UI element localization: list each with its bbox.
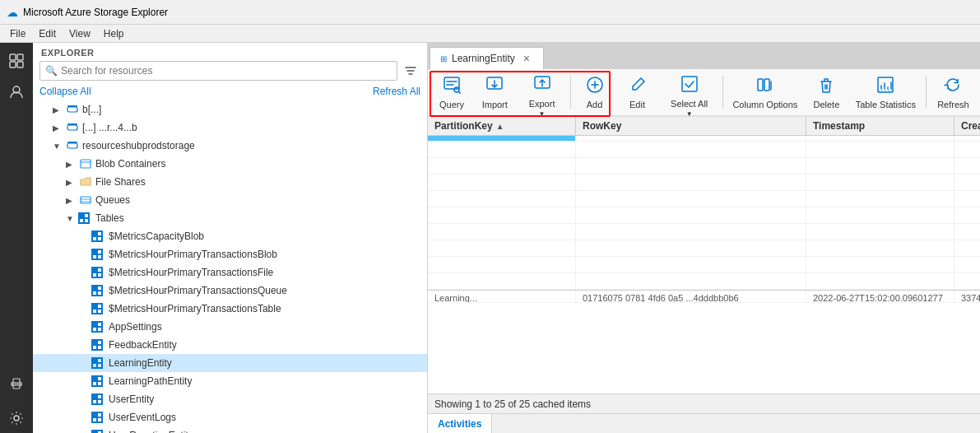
- activities-tab-bar: Activities: [428, 413, 980, 433]
- tree-view[interactable]: ▶ b[...] ▶ [...] ...r: [33, 100, 427, 433]
- activities-tab[interactable]: Activities: [428, 414, 492, 433]
- add-button[interactable]: Add: [574, 71, 615, 114]
- grid-row-8[interactable]: [428, 257, 980, 273]
- data-grid[interactable]: PartitionKey ▲ RowKey Timestamp CreatedB…: [428, 116, 980, 393]
- tree-item-t4[interactable]: $MetricsHourPrimaryTransactionsQueue: [33, 282, 427, 300]
- header-timestamp[interactable]: Timestamp: [806, 117, 954, 135]
- tree-label-t8: LearningEntity: [109, 357, 172, 369]
- toolbar: Query Import: [428, 69, 980, 116]
- export-button[interactable]: Export ▼: [517, 71, 566, 114]
- grid-row-partial[interactable]: Learning... 01716075 0781 4fd6 0a5 ...4d…: [428, 290, 980, 303]
- delete-icon: [817, 76, 835, 98]
- query-button[interactable]: Query: [431, 71, 472, 114]
- tab-icon: ⊞: [440, 54, 447, 63]
- tree-toggle-fileshares: ▶: [66, 178, 79, 187]
- grid-row-blue[interactable]: [428, 136, 980, 142]
- partial-rk: 01716075 0781 4fd6 0a5 ...4dddbb0b6: [576, 291, 806, 302]
- delete-button[interactable]: Delete: [806, 71, 848, 114]
- refresh-label: Refresh: [937, 100, 969, 109]
- tree-item-t7[interactable]: FeedbackEntity: [33, 336, 427, 354]
- tree-toggle-3: ▼: [53, 142, 66, 151]
- grid-row-1[interactable]: [428, 142, 980, 158]
- grid-row-5[interactable]: [428, 207, 980, 224]
- table-icon-t9: [92, 375, 105, 388]
- tree-item-t1[interactable]: $MetricsCapacityBlob: [33, 227, 427, 245]
- tree-label-fileshares: File Shares: [95, 176, 146, 188]
- tree-item-file-shares[interactable]: ▶ File Shares: [33, 173, 427, 191]
- tree-item-blob-containers[interactable]: ▶ Blob Containers: [33, 155, 427, 173]
- partial-pk: Learning...: [428, 291, 576, 302]
- grid-row-4[interactable]: [428, 191, 980, 207]
- tree-label-t1: $MetricsCapacityBlob: [109, 230, 204, 242]
- header-created-by[interactable]: CreatedBy: [954, 117, 980, 135]
- sidebar-plugin-btn[interactable]: [2, 369, 31, 398]
- menu-help[interactable]: Help: [97, 26, 131, 41]
- sidebar-explorer-btn[interactable]: [2, 46, 31, 76]
- tree-item-t8[interactable]: LearningEntity: [33, 354, 427, 372]
- tree-item-2[interactable]: ▶ [...] ...r...4...b: [33, 119, 427, 137]
- tab-bar: ⊞ LearningEntity ×: [428, 43, 980, 69]
- tree-label-t2: $MetricsHourPrimaryTransactionsBlob: [109, 249, 277, 260]
- grid-row-9[interactable]: [428, 273, 980, 290]
- refresh-all-link[interactable]: Refresh All: [373, 86, 420, 97]
- refresh-button[interactable]: Refresh: [930, 71, 977, 114]
- header-row-key[interactable]: RowKey: [576, 117, 806, 135]
- tree-item-t10[interactable]: UserEntity: [33, 390, 427, 408]
- tree-item-t12[interactable]: UserReactionEntity: [33, 426, 427, 433]
- explorer-panel: EXPLORER 🔍 Collapse All Refresh All ▶: [33, 43, 428, 433]
- column-options-label: Column Options: [732, 100, 797, 109]
- grid-row-6[interactable]: [428, 224, 980, 240]
- menu-view[interactable]: View: [63, 26, 97, 41]
- tree-toggle-blob: ▶: [66, 160, 79, 169]
- tree-label-t4: $MetricsHourPrimaryTransactionsQueue: [109, 285, 287, 296]
- grid-row-7[interactable]: [428, 240, 980, 257]
- search-input[interactable]: [61, 65, 392, 77]
- table-statistics-button[interactable]: Table Statistics: [849, 71, 922, 114]
- explorer-actions: Collapse All Refresh All: [33, 84, 427, 100]
- table-icon-t1: [92, 230, 105, 243]
- tree-item-t5[interactable]: $MetricsHourPrimaryTransactionsTable: [33, 300, 427, 318]
- tree-item-queues[interactable]: ▶ Queues: [33, 191, 427, 209]
- cell-cb-blue: [954, 136, 980, 141]
- tree-item-t2[interactable]: $MetricsHourPrimaryTransactionsBlob: [33, 245, 427, 263]
- header-partition-key[interactable]: PartitionKey ▲: [428, 117, 576, 135]
- tree-label-blob: Blob Containers: [95, 158, 165, 170]
- svg-rect-1: [17, 54, 23, 60]
- svg-rect-14: [67, 142, 77, 143]
- import-button[interactable]: Import: [474, 71, 515, 114]
- tree-item-3[interactable]: ▼ resourceshubprodstorage: [33, 137, 427, 155]
- sort-asc-icon: ▲: [496, 122, 504, 131]
- menu-file[interactable]: File: [3, 26, 32, 41]
- menu-edit[interactable]: Edit: [32, 26, 63, 41]
- separator-3: [926, 76, 927, 109]
- tree-toggle-queues: ▶: [66, 196, 79, 205]
- sidebar-settings-btn[interactable]: [2, 403, 31, 433]
- import-icon: [485, 76, 504, 98]
- tree-item-t9[interactable]: LearningPathEntity: [33, 372, 427, 390]
- main-container: EXPLORER 🔍 Collapse All Refresh All ▶: [0, 43, 980, 433]
- menu-bar: File Edit View Help: [0, 25, 980, 43]
- filter-btn[interactable]: [401, 61, 420, 81]
- svg-point-8: [14, 416, 19, 421]
- grid-row-2[interactable]: [428, 158, 980, 175]
- tree-item-t6[interactable]: AppSettings: [33, 318, 427, 336]
- learning-entity-tab[interactable]: ⊞ LearningEntity ×: [430, 47, 544, 70]
- tree-item-t11[interactable]: UserEventLogs: [33, 408, 427, 426]
- tree-item-tables[interactable]: ▼ Tables: [33, 209, 427, 227]
- svg-rect-22: [682, 77, 697, 91]
- tree-item-1[interactable]: ▶ b[...]: [33, 100, 427, 119]
- grid-row-3[interactable]: [428, 175, 980, 191]
- blob-container-icon: [79, 157, 92, 170]
- table-icon-t8: [92, 356, 105, 370]
- column-options-button[interactable]: Column Options: [727, 71, 804, 114]
- select-all-button[interactable]: Select All ▼: [660, 71, 719, 114]
- tree-item-t3[interactable]: $MetricsHourPrimaryTransactionsFile: [33, 263, 427, 282]
- svg-rect-11: [67, 125, 77, 130]
- storage-icon-3: [66, 139, 79, 152]
- svg-rect-16: [81, 197, 91, 203]
- collapse-all-link[interactable]: Collapse All: [39, 86, 91, 97]
- edit-button[interactable]: Edit: [617, 71, 658, 114]
- delete-label: Delete: [813, 100, 839, 109]
- sidebar-account-btn[interactable]: [2, 77, 31, 107]
- tab-close-btn[interactable]: ×: [520, 52, 533, 65]
